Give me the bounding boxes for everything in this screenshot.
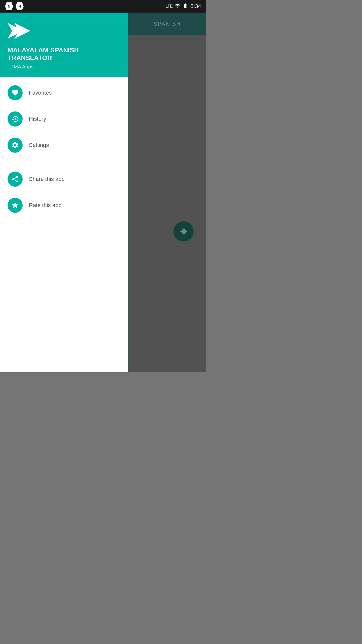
app-subtitle: TTMA Apps	[8, 64, 121, 70]
drawer-menu: Favorites History Settings	[0, 77, 128, 372]
secondary-menu-section: Share this app Rate this app	[0, 164, 128, 221]
menu-divider	[0, 162, 128, 162]
menu-item-history[interactable]: History	[0, 106, 128, 132]
favorites-icon-circle	[8, 85, 23, 100]
star-icon	[11, 202, 19, 209]
status-bar-right: LTE 6:34	[165, 3, 201, 10]
history-icon-circle	[8, 111, 23, 127]
nougat-icon-2: N	[16, 2, 24, 10]
menu-item-rate[interactable]: Rate this app	[0, 192, 128, 218]
menu-item-share[interactable]: Share this app	[0, 166, 128, 192]
status-bar: N N LTE 6:34	[0, 0, 206, 13]
share-icon	[11, 175, 19, 183]
status-bar-left: N N	[5, 2, 24, 10]
menu-item-settings[interactable]: Settings	[0, 132, 128, 158]
rate-icon-circle	[8, 198, 23, 213]
primary-menu-section: Favorites History Settings	[0, 77, 128, 161]
time-display: 6:34	[190, 3, 201, 10]
history-label: History	[29, 116, 46, 122]
favorites-label: Favorites	[29, 90, 52, 96]
drawer-header: MALAYALAM SPANISH TRANSLATOR TTMA Apps	[0, 13, 128, 77]
battery-icon	[182, 3, 188, 10]
lte-icon: LTE	[165, 4, 173, 9]
menu-item-favorites[interactable]: Favorites	[0, 80, 128, 106]
heart-icon	[11, 89, 19, 97]
rate-label: Rate this app	[29, 202, 62, 209]
navigation-drawer: MALAYALAM SPANISH TRANSLATOR TTMA Apps F…	[0, 13, 128, 372]
share-label: Share this app	[29, 176, 65, 182]
clock-icon	[11, 115, 19, 123]
share-icon-circle	[8, 172, 23, 187]
app-title: MALAYALAM SPANISH TRANSLATOR	[8, 46, 121, 62]
settings-icon-circle	[8, 138, 23, 153]
app-logo	[8, 23, 121, 40]
signal-icon	[175, 3, 180, 10]
nougat-icon-1: N	[5, 2, 13, 10]
gear-icon	[11, 141, 19, 149]
logo-arrow-icon	[8, 23, 30, 39]
settings-label: Settings	[29, 142, 49, 148]
